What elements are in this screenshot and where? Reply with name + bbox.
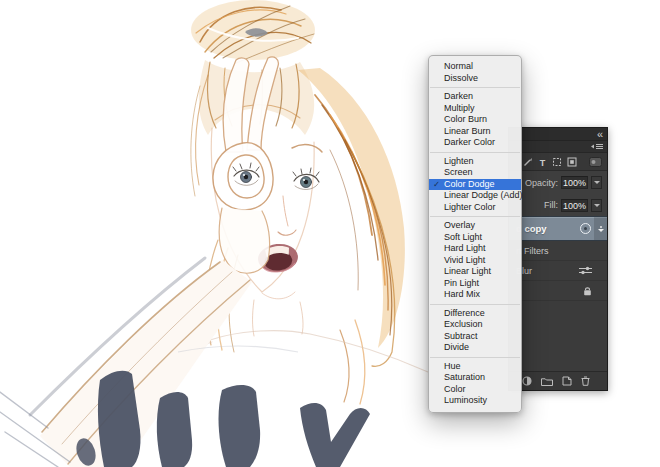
background-layer-row[interactable]	[509, 281, 607, 301]
filter-brush-icon[interactable]	[523, 157, 533, 167]
menu-item-color-dodge[interactable]: ✓ Color Dodge	[429, 179, 521, 191]
opacity-row: Opacity: 100%	[509, 171, 607, 194]
menu-item-multiply[interactable]: Multiply	[429, 103, 521, 115]
menu-item-hard-light[interactable]: Hard Light	[429, 243, 521, 255]
menu-item-hard-mix[interactable]: Hard Mix	[429, 289, 521, 301]
menu-item-exclusion[interactable]: Exclusion	[429, 319, 521, 331]
menu-item-lighten[interactable]: Lighten	[429, 156, 521, 168]
checkmark-icon: ✓	[429, 179, 444, 191]
fill-row: Fill: 100%	[509, 194, 607, 216]
menu-item-linear-light[interactable]: Linear Light	[429, 266, 521, 278]
layers-panel-empty-area	[509, 301, 607, 371]
menu-item-subtract[interactable]: Subtract	[429, 331, 521, 343]
lock-icon	[583, 286, 592, 296]
blend-mode-menu: Normal Dissolve Darken Multiply Color Bu…	[428, 55, 522, 413]
new-layer-icon[interactable]	[562, 376, 572, 386]
menu-separator	[429, 149, 521, 156]
menu-item-divide[interactable]: Divide	[429, 342, 521, 354]
layers-panel: « T	[508, 127, 608, 391]
filter-type-icon[interactable]: T	[538, 157, 547, 167]
menu-separator	[429, 354, 521, 361]
menu-item-pin-light[interactable]: Pin Light	[429, 278, 521, 290]
fill-label: Fill:	[544, 200, 558, 210]
menu-separator	[429, 301, 521, 308]
layers-panel-bottom-bar	[509, 371, 607, 390]
menu-item-screen[interactable]: Screen	[429, 167, 521, 179]
smart-filter-badge-icon[interactable]	[580, 223, 591, 234]
menu-item-difference[interactable]: Difference	[429, 308, 521, 320]
menu-item-soft-light[interactable]: Soft Light	[429, 232, 521, 244]
smart-filters-row[interactable]: rt Filters	[509, 241, 607, 261]
photoshop-workspace: « T	[0, 0, 660, 467]
collapse-panels-icon[interactable]: «	[597, 129, 602, 139]
fill-value[interactable]: 100%	[561, 199, 588, 212]
menu-separator	[429, 84, 521, 91]
menu-item-vivid-light[interactable]: Vivid Light	[429, 255, 521, 267]
filter-toggle-icon[interactable]	[589, 157, 602, 167]
smart-filters-collapse-icon[interactable]	[594, 217, 607, 240]
menu-item-luminosity[interactable]: Luminosity	[429, 395, 521, 407]
menu-item-lighter-color[interactable]: Lighter Color	[429, 202, 521, 214]
panel-menu-icon[interactable]	[591, 143, 603, 150]
menu-item-saturation[interactable]: Saturation	[429, 372, 521, 384]
opacity-value[interactable]: 100%	[561, 176, 588, 189]
opacity-dropdown-icon[interactable]	[591, 176, 602, 189]
panel-dock-header: «	[509, 128, 607, 141]
svg-text:T: T	[540, 157, 546, 167]
selected-layer-row[interactable]: d copy	[509, 216, 607, 241]
menu-item-normal[interactable]: Normal	[429, 61, 521, 73]
menu-item-hue[interactable]: Hue	[429, 361, 521, 373]
delete-layer-icon[interactable]	[581, 376, 590, 386]
menu-item-color[interactable]: Color	[429, 384, 521, 396]
document-canvas[interactable]	[0, 0, 440, 467]
new-group-icon[interactable]	[541, 377, 553, 386]
menu-item-color-burn[interactable]: Color Burn	[429, 114, 521, 126]
menu-separator	[429, 213, 521, 220]
fill-dropdown-icon[interactable]	[591, 199, 602, 212]
menu-item-darker-color[interactable]: Darker Color	[429, 137, 521, 149]
menu-item-overlay[interactable]: Overlay	[429, 220, 521, 232]
filter-smart-object-icon[interactable]	[567, 157, 577, 167]
filter-blend-slider-icon[interactable]	[579, 266, 592, 275]
filter-entry-row[interactable]: Blur	[509, 261, 607, 281]
menu-item-label: Color Dodge	[444, 179, 495, 191]
menu-item-dissolve[interactable]: Dissolve	[429, 73, 521, 85]
filter-shape-icon[interactable]	[552, 157, 562, 167]
menu-item-linear-dodge-add[interactable]: Linear Dodge (Add)	[429, 190, 521, 202]
panel-tab-row	[509, 141, 607, 153]
menu-item-darken[interactable]: Darken	[429, 91, 521, 103]
layer-filter-bar: T	[509, 153, 607, 171]
opacity-label: Opacity:	[525, 178, 558, 188]
layer-name: d copy	[516, 223, 580, 234]
menu-item-linear-burn[interactable]: Linear Burn	[429, 126, 521, 138]
adjustment-layer-icon[interactable]	[522, 376, 532, 386]
